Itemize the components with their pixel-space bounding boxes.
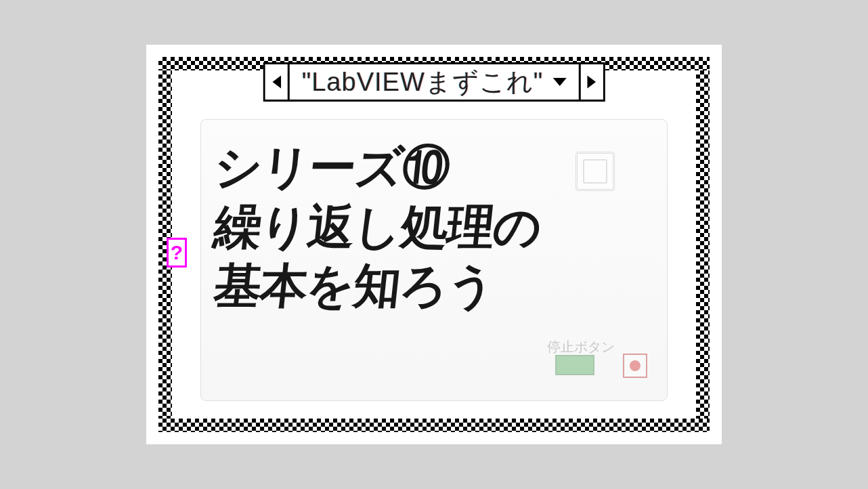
selector-tunnel: ? bbox=[167, 238, 187, 268]
title-line-2: 繰り返し処理の bbox=[211, 198, 665, 257]
case-selector: "LabVIEWまずこれ" bbox=[263, 62, 605, 102]
stop-button-label: 停止ボタン bbox=[547, 338, 615, 356]
stop-terminal-icon bbox=[623, 354, 647, 378]
svg-marker-0 bbox=[272, 76, 281, 89]
triangle-left-icon bbox=[270, 75, 282, 89]
dropdown-caret-icon bbox=[552, 78, 566, 86]
case-structure-inner: "LabVIEWまずこれ" ? 停止ボタン シリーズ⑩ 繰り返し処理の 基本を知… bbox=[172, 70, 696, 419]
tunnel-symbol: ? bbox=[171, 241, 183, 264]
title-line-1: シリーズ⑩ bbox=[211, 138, 665, 198]
title-overlay: シリーズ⑩ 繰り返し処理の 基本を知ろう bbox=[214, 138, 662, 316]
svg-marker-1 bbox=[587, 76, 596, 89]
thumbnail-card: "LabVIEWまずこれ" ? 停止ボタン シリーズ⑩ 繰り返し処理の 基本を知… bbox=[146, 45, 722, 444]
boolean-terminal-icon bbox=[555, 355, 594, 375]
case-prev-button[interactable] bbox=[265, 64, 290, 100]
case-next-button[interactable] bbox=[578, 64, 603, 100]
case-structure: "LabVIEWまずこれ" ? 停止ボタン シリーズ⑩ 繰り返し処理の 基本を知… bbox=[158, 57, 710, 432]
title-line-3: 基本を知ろう bbox=[211, 257, 665, 316]
case-label-text: "LabVIEWまずこれ" bbox=[302, 65, 544, 100]
case-label[interactable]: "LabVIEWまずこれ" bbox=[290, 64, 579, 100]
triangle-right-icon bbox=[586, 75, 598, 89]
